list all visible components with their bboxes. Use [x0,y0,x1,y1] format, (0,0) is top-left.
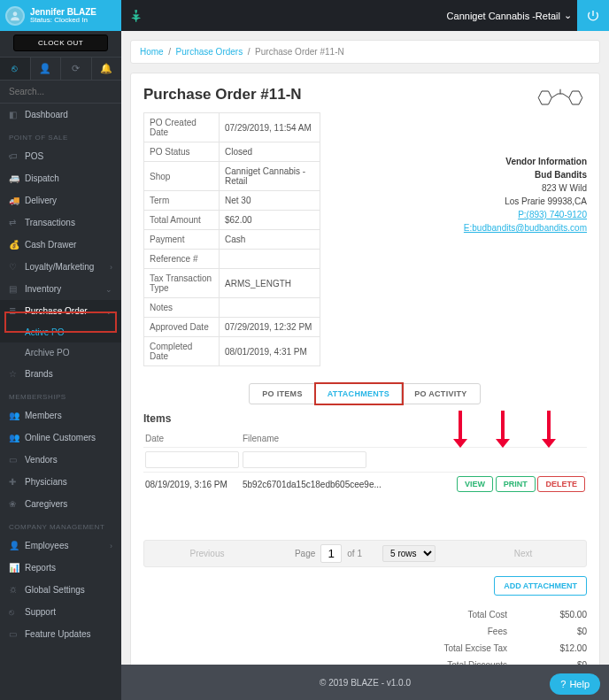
items-heading: Items [143,412,587,425]
tab-po-activity[interactable]: PO ACTIVITY [401,383,480,404]
svg-marker-1 [569,91,582,104]
po-info-table: PO Created Date07/29/2019, 11:54 AM PO S… [143,112,320,366]
nav-transactions[interactable]: ⇄Transactions [0,212,121,234]
help-button[interactable]: ?Help [550,673,600,695]
arrow-view [447,411,474,448]
crumb-po[interactable]: Purchase Orders [176,47,243,57]
highlight-attachments: ATTACHMENTS [314,382,404,405]
nav-delivery[interactable]: 🚚Delivery [0,189,121,212]
nav-pos[interactable]: 🏷POS [0,145,121,167]
help-icon: ? [560,679,566,689]
cell-date: 08/19/2019, 3:16 PM [143,473,241,496]
vendor-email[interactable]: E:budbandits@budbandits.com [464,223,587,233]
vendor-name: Bud Bandits [428,168,587,181]
pager-next[interactable]: Next [466,545,581,562]
nav-inventory[interactable]: ▤Inventory⌄ [0,278,121,300]
svg-marker-0 [538,91,551,104]
nav-head-pos: POINT OF SALE [0,126,121,145]
cell-filename: 5b92c6701da15c18edb605cee9e... [241,473,454,496]
nav-employees[interactable]: 👤Employees› [0,535,121,557]
print-button[interactable]: PRINT [496,476,536,492]
tab-icon-4[interactable]: 🔔 [92,58,122,80]
chevron-down-icon: ⌄ [564,10,572,21]
nav-members[interactable]: 👥Members [0,404,121,427]
filter-filename[interactable] [243,451,366,468]
arrow-print [490,411,516,448]
pager-prev[interactable]: Previous [150,545,265,562]
col-filename: Filename [241,430,454,448]
vendor-addr2: Los Prarie 99938,CA [428,195,587,208]
svg-line-3 [563,94,569,98]
add-attachment-button[interactable]: ADD ATTACHMENT [494,576,587,596]
crumb-current: Purchase Order #11-N [255,47,344,57]
nav-head-members: MEMBERSHIPS [0,385,121,404]
page-title: Purchase Order #11-N [143,86,587,104]
nav-cash-drawer[interactable]: 💰Cash Drawer [0,234,121,256]
footer-text: © 2019 BLAZE - v1.0.0 [320,678,411,688]
vendor-panel: Vendor Information Bud Bandits 823 W Wil… [428,155,587,235]
delete-button[interactable]: DELETE [537,476,585,492]
nav-support[interactable]: ⎋Support [0,601,121,623]
molecule-icon [534,82,587,113]
nav-physicians[interactable]: ✚Physicians [0,471,121,493]
nav-purchase-order[interactable]: ≣Purchase Order⌄ [0,300,121,322]
rows-select[interactable]: 5 rows [382,545,436,562]
tenant-select[interactable]: Canniget Cannabis -Retail⌄ [447,10,572,21]
nav-head-company: COMPANY MANAGEMENT [0,515,121,535]
page-input[interactable] [320,544,342,563]
nav-brands[interactable]: ☆Brands [0,363,121,385]
clock-out-button[interactable]: CLOCK OUT [13,35,108,51]
nav-active-po[interactable]: Active PO [0,322,121,342]
profile-status: Status: Clocked In [30,17,96,25]
profile-header: Jennifer BLAZE Status: Clocked In [0,0,121,31]
logout-button[interactable] [577,0,609,31]
nav-caregivers[interactable]: ❀Caregivers [0,493,121,515]
nav-archive-po[interactable]: Archive PO [0,342,121,363]
nav-loyalty[interactable]: ♡Loyalty/Marketing› [0,256,121,278]
vendor-addr1: 823 W Wild [428,181,587,195]
nav-dispatch[interactable]: 🚐Dispatch [0,167,121,189]
filter-date[interactable] [145,451,239,468]
sidebar-icon-tabs: ⎋ 👤 ⟳ 🔔 [0,57,121,81]
nav-dashboard[interactable]: ◧Dashboard [0,104,121,126]
col-date: Date [143,430,241,448]
search-input[interactable] [0,81,121,104]
nav-feature-updates[interactable]: ▭Feature Updates [0,623,121,645]
arrow-delete [536,411,562,448]
tab-icon-1[interactable]: ⎋ [0,58,31,80]
tab-po-items[interactable]: PO ITEMS [249,383,315,404]
nav-global-settings[interactable]: ⛭Global Settings [0,579,121,601]
profile-name: Jennifer BLAZE [30,7,96,17]
nav-online-customers[interactable]: 👥Online Customers [0,427,121,449]
tab-icon-3[interactable]: ⟳ [61,58,92,80]
nav-vendors[interactable]: ▭Vendors [0,449,121,471]
tab-attachments[interactable]: ATTACHMENTS [315,384,402,404]
breadcrumb: Home / Purchase Orders / Purchase Order … [130,40,600,64]
vendor-phone[interactable]: P:(893) 740-9120 [518,210,587,219]
avatar [5,6,25,26]
svg-line-2 [551,94,558,98]
crumb-home[interactable]: Home [140,47,164,57]
nav-reports[interactable]: 📊Reports [0,557,121,579]
logo-leaf-icon [130,9,144,23]
attachment-row: 08/19/2019, 3:16 PM 5b92c6701da15c18edb6… [143,473,587,496]
view-button[interactable]: VIEW [457,476,493,492]
tab-icon-2[interactable]: 👤 [31,58,62,80]
vendor-head: Vendor Information [428,155,587,168]
